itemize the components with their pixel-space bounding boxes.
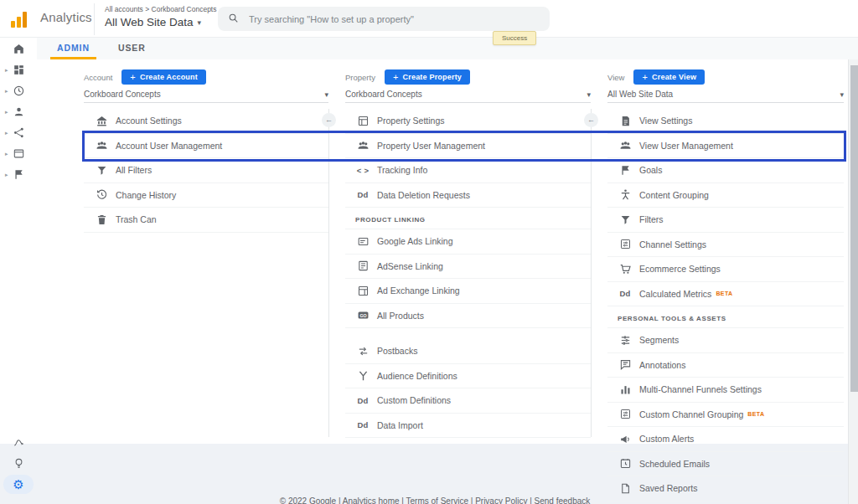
audience-definitions-icon	[355, 369, 370, 383]
multi-channel-funnels-settings-icon	[618, 383, 633, 396]
item-label: Tracking Info	[377, 165, 427, 175]
postbacks-icon	[355, 344, 370, 357]
admin-item-segments[interactable]: Segments	[607, 328, 844, 353]
content-grouping-icon	[618, 188, 633, 202]
custom-channel-grouping-icon	[618, 408, 633, 421]
admin-item-multi-channel-funnels-settings[interactable]: Multi-Channel Funnels Settings	[607, 378, 844, 403]
custom-alerts-icon	[618, 432, 633, 445]
admin-item-ad-exchange-linking[interactable]: Ad Exchange Linking	[345, 279, 591, 304]
item-label: Calculated Metrics	[639, 289, 711, 299]
admin-item-ecommerce-settings[interactable]: Ecommerce Settings	[607, 257, 844, 282]
item-label: Ad Exchange Linking	[377, 285, 460, 296]
admin-item-trash-can[interactable]: Trash Can	[84, 208, 328, 233]
admin-item-account-user-management[interactable]: Account User Management	[84, 134, 328, 159]
scrollbar-thumb[interactable]	[850, 65, 858, 392]
property-selector[interactable]: Corkboard Concepts▾	[345, 86, 591, 103]
admin-item-change-history[interactable]: Change History	[84, 183, 328, 208]
admin-item-annotations[interactable]: Annotations	[607, 353, 844, 378]
sidebar-item-realtime[interactable]: ▸	[0, 80, 37, 101]
account-breadcrumb-block[interactable]: All accounts > Corkboard Concepts All We…	[94, 3, 216, 35]
search-icon	[228, 12, 239, 27]
caret-down-icon: ▾	[198, 18, 202, 27]
admin-item-custom-channel-grouping[interactable]: Custom Channel GroupingBETA	[607, 403, 844, 428]
admin-item-content-grouping[interactable]: Content Grouping	[607, 183, 844, 208]
plus-icon: +	[642, 72, 648, 82]
item-label: Account User Management	[116, 141, 222, 151]
sidebar-item-conversions[interactable]: ▸	[0, 164, 37, 185]
realtime-icon	[13, 85, 25, 97]
all-filters-icon	[94, 163, 109, 177]
item-label: Multi-Channel Funnels Settings	[639, 384, 762, 394]
success-toast: Success	[493, 31, 536, 45]
admin-item-data-import[interactable]: DdData Import	[345, 414, 591, 439]
admin-item-property-settings[interactable]: Property Settings	[345, 109, 591, 134]
item-label: Property Settings	[377, 116, 445, 126]
admin-tabs: ADMIN USER	[49, 37, 154, 59]
admin-item-account-settings[interactable]: Account Settings	[84, 109, 328, 134]
list-spacer	[345, 328, 591, 339]
collapse-account-column-button[interactable]: ←	[322, 113, 336, 127]
item-label: Scheduled Emails	[639, 459, 710, 469]
search-input[interactable]	[247, 13, 527, 25]
admin-item-adsense-linking[interactable]: AdSense Linking	[345, 255, 591, 280]
scheduled-emails-icon	[618, 457, 633, 471]
property-column: Property+Create PropertyCorkboard Concep…	[345, 69, 591, 438]
sidebar-item-behavior[interactable]: ▸	[0, 143, 37, 164]
admin-item-goals[interactable]: Goals	[607, 158, 844, 183]
admin-item-filters[interactable]: Filters	[607, 208, 844, 233]
admin-item-property-user-management[interactable]: Property User Management	[345, 134, 591, 159]
admin-item-channel-settings[interactable]: Channel Settings	[607, 233, 844, 258]
app-name: Analytics	[40, 10, 92, 24]
breadcrumb: All accounts > Corkboard Concepts	[105, 5, 216, 13]
admin-item-view-settings[interactable]: View Settings	[607, 109, 844, 134]
create-account-button[interactable]: +Create Account	[121, 69, 206, 85]
collapse-property-column-button[interactable]: ←	[584, 113, 598, 127]
admin-item-all-filters[interactable]: All Filters	[84, 158, 328, 183]
ecommerce-settings-icon	[618, 262, 633, 275]
admin-item-postbacks[interactable]: Postbacks	[345, 339, 591, 364]
caret-down-icon: ▾	[587, 90, 591, 99]
plus-icon: +	[393, 72, 399, 82]
svg-text:GO: GO	[359, 313, 366, 318]
admin-item-google-ads-linking[interactable]: Google Ads Linking	[345, 229, 591, 255]
admin-item-tracking-info[interactable]: < >Tracking Info	[345, 158, 591, 183]
sidebar-item-home[interactable]	[0, 39, 37, 59]
trash-can-icon	[94, 213, 109, 226]
admin-item-calculated-metrics[interactable]: DdCalculated MetricsBETA	[607, 282, 844, 307]
footer-links[interactable]: © 2022 Google | Analytics home | Terms o…	[37, 496, 833, 504]
search-bar[interactable]	[218, 7, 550, 31]
account-settings-icon	[94, 114, 109, 127]
tab-admin[interactable]: ADMIN	[49, 37, 98, 59]
sidebar-item-admin[interactable]: ⚙	[0, 474, 37, 495]
admin-item-custom-alerts[interactable]: Custom Alerts	[607, 427, 844, 452]
item-label: Annotations	[639, 360, 685, 370]
sidebar-item-discover[interactable]	[0, 453, 37, 474]
admin-item-custom-definitions[interactable]: DdCustom Definitions	[345, 388, 591, 414]
sidebar-item-audience[interactable]: ▸	[0, 101, 37, 122]
customization-icon	[13, 64, 25, 76]
account-menu: Account SettingsAccount User ManagementA…	[84, 109, 328, 233]
item-label: Google Ads Linking	[377, 236, 452, 246]
admin-item-all-products[interactable]: GOAll Products	[345, 304, 591, 329]
property-settings-icon	[355, 114, 370, 127]
admin-item-scheduled-emails[interactable]: Scheduled Emails	[607, 452, 844, 477]
tab-user[interactable]: USER	[110, 37, 154, 59]
item-label: Custom Alerts	[639, 434, 694, 444]
view-selector[interactable]: All Web Site Data▾	[607, 86, 844, 103]
sidebar-item-acquisition[interactable]: ▸	[0, 122, 37, 143]
item-label: Trash Can	[116, 214, 157, 224]
admin-item-data-deletion-requests[interactable]: DdData Deletion Requests	[345, 183, 591, 208]
admin-item-audience-definitions[interactable]: Audience Definitions	[345, 364, 591, 389]
behavior-icon	[13, 147, 25, 160]
create-view-button[interactable]: +Create View	[633, 69, 705, 85]
account-selector[interactable]: Corkboard Concepts▾	[84, 86, 328, 103]
sidebar-item-attribution[interactable]	[0, 432, 37, 453]
create-property-button[interactable]: +Create Property	[385, 69, 470, 85]
admin-item-view-user-management[interactable]: View User Management	[607, 134, 844, 159]
column-divider	[328, 109, 329, 437]
account-column-label: Account	[84, 73, 112, 82]
segments-icon	[618, 333, 633, 347]
analytics-logo-icon[interactable]	[11, 9, 33, 28]
sidebar-item-customization[interactable]: ▸	[0, 59, 37, 80]
saved-reports-icon	[618, 481, 633, 495]
